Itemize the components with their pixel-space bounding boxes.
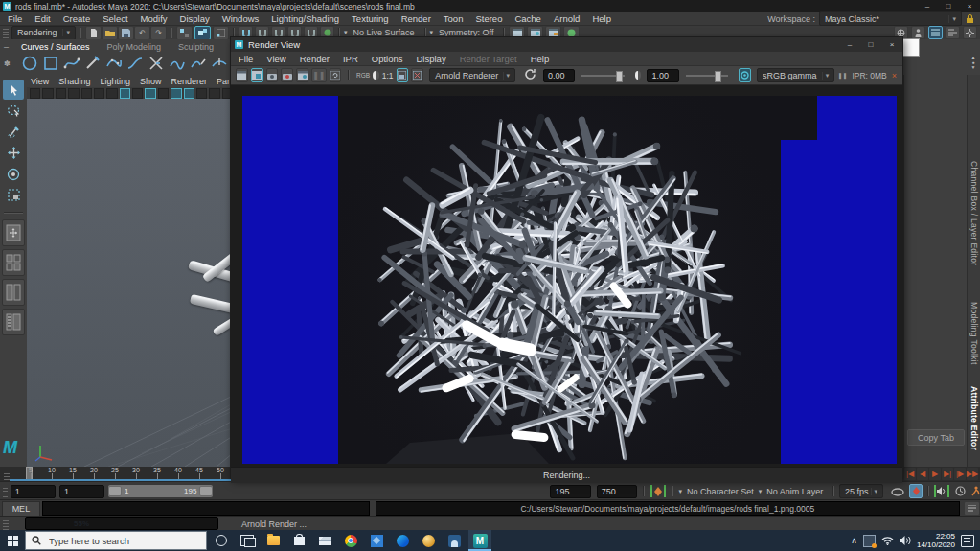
rv-menu-render[interactable]: Render [300,54,330,64]
select-hierarchy-icon[interactable] [176,26,193,40]
oversampling-icon[interactable] [106,88,117,99]
lock-icon[interactable] [966,13,974,24]
menu-texturing[interactable]: Texturing [352,13,389,24]
minimize-icon[interactable]: – [839,40,860,49]
shelf-menu-icon[interactable]: ✽ [4,59,11,68]
loop-toggle-icon[interactable] [891,483,904,500]
contacts-button[interactable] [443,530,466,551]
remove-image-icon[interactable] [411,68,423,82]
layout-two-pane-button[interactable] [2,279,25,306]
close-icon[interactable]: × [959,2,980,11]
rv-menu-help[interactable]: Help [531,54,550,64]
menu-modify[interactable]: Modify [141,13,168,24]
panel-scroll-arrows[interactable]: ▲●▼ [969,56,978,70]
ep-curve-icon[interactable] [63,55,80,72]
shaded-icon[interactable] [132,88,143,99]
image-plane-icon[interactable] [81,88,92,99]
ipr-stop-icon[interactable]: × [892,71,897,80]
open-scene-icon[interactable] [102,26,118,40]
sound-toggle-icon[interactable] [934,485,949,497]
rotate-tool[interactable] [3,164,24,184]
render-region-icon[interactable] [251,68,263,82]
renderer-dropdown[interactable]: Arnold Renderer ▾ [429,68,515,82]
ipr-pause-icon[interactable]: ❚❚ [837,72,847,79]
go-to-start-button[interactable]: |◀ [904,468,916,480]
isolate-select-icon[interactable] [209,88,219,99]
menu-file[interactable]: File [8,13,22,24]
character-toggle-icon[interactable] [911,26,925,39]
camera-attrs-icon[interactable] [56,88,66,99]
grip-handle[interactable] [3,486,8,497]
render-view-titlebar[interactable]: M Render View – □ × [231,37,902,52]
cv-curve-icon[interactable] [105,55,123,72]
alpha-channel-icon[interactable] [373,71,379,80]
fps-dropdown[interactable]: 25 fps ▾ [839,484,883,498]
slider-handle[interactable] [715,71,721,82]
two-d-pan-icon[interactable] [94,88,104,99]
taskbar-search[interactable] [25,531,207,550]
panel-menu-view[interactable]: View [31,77,49,86]
ipr-camera-icon[interactable] [281,68,293,82]
panel-menu-shading[interactable]: Shading [58,77,90,86]
render-refresh-icon[interactable] [524,67,536,84]
workspace-dropdown[interactable]: Maya Classic* ▾ [819,11,962,26]
lasso-tool[interactable] [3,101,24,121]
rv-menu-view[interactable]: View [266,54,285,64]
color-management-toggle[interactable] [739,68,751,82]
insert-knot-icon[interactable] [211,55,228,72]
menu-set-dropdown[interactable]: Rendering ▾ [11,26,76,40]
tab-channel-box[interactable]: Channel Box / Layer Editor [969,161,979,265]
start-button[interactable] [0,530,25,551]
bezier-curve-icon[interactable] [126,55,144,72]
nurbs-circle-icon[interactable] [21,55,38,72]
textured-icon[interactable] [145,88,155,99]
menu-select[interactable]: Select [103,13,127,24]
menu-windows[interactable]: Windows [222,13,260,24]
attribute-editor-toggle-icon[interactable] [946,26,960,39]
speaker-icon[interactable] [900,536,911,545]
bookmark-icon[interactable] [68,88,79,99]
menu-lighting-shading[interactable]: Lighting/Shading [271,13,339,24]
snap-to-grid-icon[interactable] [30,88,40,99]
close-icon[interactable]: × [881,40,902,49]
file-explorer-button[interactable] [262,530,285,551]
motion-blur-icon[interactable] [196,88,207,99]
rv-menu-ipr[interactable]: IPR [343,54,358,64]
shelf-collapse-icon[interactable]: – [4,42,9,52]
keep-image-icon[interactable] [397,68,409,82]
lights-icon[interactable] [158,88,169,99]
chevron-down-icon[interactable]: ▾ [430,29,434,36]
cut-curve-icon[interactable] [148,55,165,72]
chevron-down-icon[interactable]: ▾ [759,488,763,495]
one-to-one-button[interactable]: 1:1 [382,71,394,80]
anim-layer-dropdown[interactable]: No Anim Layer [766,487,823,496]
search-input[interactable] [47,535,194,547]
minimize-icon[interactable]: – [917,2,938,11]
shelf-tab-sculpting[interactable]: Sculpting [178,42,214,52]
mail-button[interactable] [313,530,336,551]
chevron-down-icon[interactable]: ▾ [679,488,683,495]
next-key-button[interactable]: |▶ [954,468,966,480]
move-tool[interactable] [3,143,24,163]
affinity-button[interactable] [417,530,440,551]
menu-render[interactable]: Render [401,13,431,24]
playback-speed-icon[interactable] [955,483,966,500]
maximize-icon[interactable]: □ [938,2,959,11]
store-button[interactable] [287,530,310,551]
range-end-handle[interactable] [199,486,213,496]
rgb-channels-button[interactable]: RGB [356,72,370,79]
edge-button[interactable] [391,530,414,551]
redo-icon[interactable]: ↷ [150,26,167,40]
character-set-dropdown[interactable]: No Character Set [687,487,754,496]
rv-menu-display[interactable]: Display [417,54,446,64]
photos-button[interactable] [365,530,388,551]
layout-four-pane-button[interactable] [2,249,25,276]
menu-create[interactable]: Create [63,13,91,24]
exposure-field[interactable]: 0.00 [543,69,575,82]
scale-tool[interactable] [3,185,24,205]
chevron-down-icon[interactable]: ▾ [344,29,348,36]
menu-cache[interactable]: Cache [514,13,540,24]
maya-taskbar-button[interactable]: M [468,530,491,551]
auto-keyframe-toggle[interactable] [909,484,923,498]
wireframe-icon[interactable] [120,88,130,99]
